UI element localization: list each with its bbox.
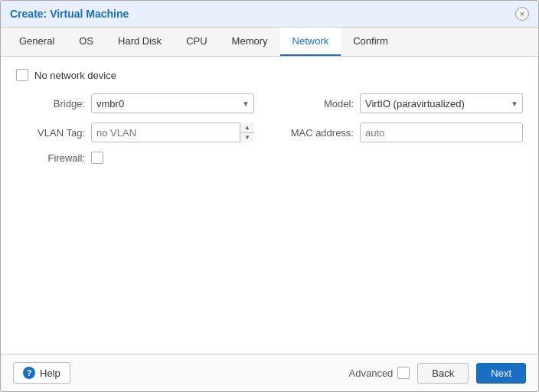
no-network-row: No network device xyxy=(16,69,523,81)
bridge-row: Bridge: vmbr0 ▼ xyxy=(16,93,254,113)
advanced-label: Advanced xyxy=(349,368,394,379)
vlan-spin-arrows: ▲ ▼ xyxy=(240,122,254,142)
tab-general[interactable]: General xyxy=(7,28,67,56)
model-row: Model: VirtIO (paravirtualized) ▼ xyxy=(285,93,523,113)
tab-bar: General OS Hard Disk CPU Memory Network … xyxy=(1,28,538,57)
model-label: Model: xyxy=(285,98,354,109)
close-button[interactable]: × xyxy=(515,7,529,21)
title-bar: Create: Virtual Machine × xyxy=(1,1,538,28)
footer: ? Help Advanced Back Next xyxy=(1,354,538,391)
tab-memory[interactable]: Memory xyxy=(220,28,280,56)
model-select-wrapper: VirtIO (paravirtualized) ▼ xyxy=(360,93,523,113)
next-button[interactable]: Next xyxy=(476,363,526,384)
footer-right: Advanced Back Next xyxy=(349,363,526,384)
no-network-checkbox[interactable] xyxy=(16,69,28,81)
tab-hard-disk[interactable]: Hard Disk xyxy=(106,28,174,56)
firewall-checkbox[interactable] xyxy=(91,152,103,164)
mac-input[interactable] xyxy=(360,122,523,142)
mac-label: MAC address: xyxy=(285,127,354,139)
dialog: Create: Virtual Machine × General OS Har… xyxy=(0,0,539,392)
bridge-label: Bridge: xyxy=(16,98,85,109)
content-area: No network device Bridge: vmbr0 ▼ xyxy=(1,57,538,354)
vlan-spin-wrapper: ▲ ▼ xyxy=(91,122,254,142)
left-column: Bridge: vmbr0 ▼ VLAN Tag: ▲ xyxy=(16,93,254,164)
vlan-spin-down[interactable]: ▼ xyxy=(240,133,254,143)
vlan-input[interactable] xyxy=(91,122,254,142)
dialog-title: Create: Virtual Machine xyxy=(10,8,129,20)
tab-os[interactable]: OS xyxy=(67,28,106,56)
vlan-spin-up[interactable]: ▲ xyxy=(240,122,254,133)
vlan-label: VLAN Tag: xyxy=(16,127,85,139)
vlan-row: VLAN Tag: ▲ ▼ xyxy=(16,122,254,142)
advanced-checkbox[interactable] xyxy=(397,367,410,379)
help-label: Help xyxy=(40,368,60,379)
tab-cpu[interactable]: CPU xyxy=(174,28,219,56)
help-icon: ? xyxy=(23,367,35,379)
advanced-wrap: Advanced xyxy=(349,367,410,379)
tab-confirm[interactable]: Confirm xyxy=(341,28,400,56)
model-select[interactable]: VirtIO (paravirtualized) xyxy=(360,93,523,113)
no-network-label[interactable]: No network device xyxy=(34,70,116,81)
mac-row: MAC address: xyxy=(285,122,523,142)
firewall-row: Firewall: xyxy=(16,152,254,164)
bridge-select[interactable]: vmbr0 xyxy=(91,93,254,113)
bridge-select-wrapper: vmbr0 ▼ xyxy=(91,93,254,113)
right-column: Model: VirtIO (paravirtualized) ▼ MAC ad… xyxy=(285,93,523,164)
help-button[interactable]: ? Help xyxy=(13,362,70,384)
tab-network[interactable]: Network xyxy=(280,28,341,56)
firewall-label: Firewall: xyxy=(16,152,85,164)
back-button[interactable]: Back xyxy=(417,363,469,384)
form-grid: Bridge: vmbr0 ▼ VLAN Tag: ▲ xyxy=(16,93,523,164)
